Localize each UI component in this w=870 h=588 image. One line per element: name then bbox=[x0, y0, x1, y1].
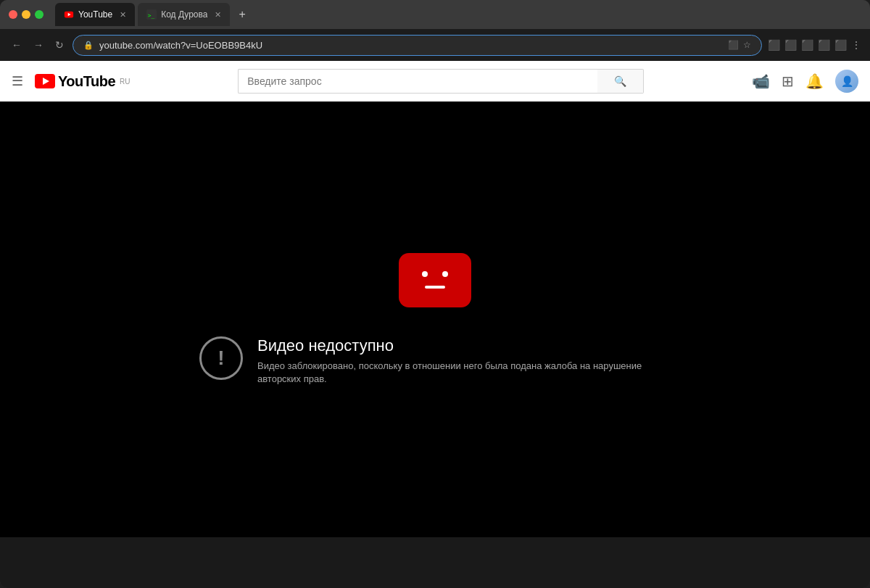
video-camera-icon: 📹 bbox=[752, 73, 770, 90]
error-face bbox=[399, 253, 471, 307]
youtube-right-icons: 📹 ⊞ 🔔 👤 bbox=[752, 70, 858, 93]
title-bar: YouTube ✕ >_ Код Дурова ✕ + bbox=[0, 0, 870, 29]
tab-close-youtube[interactable]: ✕ bbox=[120, 10, 126, 20]
address-bar: ← → ↻ 🔒 youtube.com/watch?v=UoEOBB9B4kU … bbox=[0, 29, 870, 61]
error-mouth bbox=[425, 286, 445, 289]
hamburger-menu-icon[interactable]: ☰ bbox=[12, 73, 23, 89]
bottom-bar bbox=[0, 537, 870, 588]
new-tab-button[interactable]: + bbox=[233, 5, 251, 24]
svg-text:>_: >_ bbox=[148, 12, 155, 19]
bookmark-icon: ☆ bbox=[743, 40, 751, 50]
tab-kod-durova[interactable]: >_ Код Дурова ✕ bbox=[138, 3, 230, 26]
error-exclamation-icon: ! bbox=[199, 336, 243, 380]
youtube-logo-text: YouTube bbox=[58, 73, 115, 90]
avatar-image: 👤 bbox=[841, 75, 853, 87]
youtube-search-wrapper: 🔍 bbox=[142, 69, 740, 94]
search-input[interactable] bbox=[238, 69, 597, 94]
error-eye-left bbox=[422, 271, 428, 277]
tab-close-kod[interactable]: ✕ bbox=[215, 10, 221, 20]
extension-icon-5[interactable]: ⬛ bbox=[834, 39, 847, 51]
search-button[interactable]: 🔍 bbox=[597, 69, 644, 94]
user-avatar[interactable]: 👤 bbox=[835, 70, 858, 93]
close-button[interactable] bbox=[9, 10, 17, 19]
cast-icon: ⬛ bbox=[728, 40, 739, 50]
extension-icon-4[interactable]: ⬛ bbox=[818, 39, 830, 51]
minimize-button[interactable] bbox=[22, 10, 30, 19]
extension-icon-3[interactable]: ⬛ bbox=[801, 39, 813, 51]
kod-favicon: >_ bbox=[146, 9, 157, 20]
create-video-button[interactable]: 📹 bbox=[752, 73, 770, 90]
apps-button[interactable]: ⊞ bbox=[782, 73, 794, 90]
forward-button[interactable]: → bbox=[30, 36, 46, 54]
youtube-header: ☰ YouTubeRU 🔍 📹 ⊞ 🔔 bbox=[0, 61, 870, 102]
back-button[interactable]: ← bbox=[9, 36, 25, 54]
exclamation-mark: ! bbox=[218, 347, 224, 370]
extension-icon-1[interactable]: ⬛ bbox=[768, 39, 780, 51]
youtube-logo-icon bbox=[35, 74, 55, 88]
error-title: Видео недоступно bbox=[257, 336, 671, 355]
address-right-icons: ⬛ ☆ bbox=[728, 40, 751, 50]
browser-window: YouTube ✕ >_ Код Дурова ✕ + ← → ↻ 🔒 yout… bbox=[0, 0, 870, 588]
refresh-button[interactable]: ↻ bbox=[52, 36, 67, 54]
browser-right-icons: ⬛ ⬛ ⬛ ⬛ ⬛ ⋮ bbox=[768, 39, 861, 51]
search-icon: 🔍 bbox=[614, 75, 626, 87]
lock-icon: 🔒 bbox=[83, 41, 94, 50]
tab-youtube-label: YouTube bbox=[78, 9, 112, 20]
address-input-wrapper[interactable]: 🔒 youtube.com/watch?v=UoEOBB9B4kU ⬛ ☆ bbox=[72, 35, 762, 56]
traffic-lights bbox=[9, 10, 44, 19]
bell-icon: 🔔 bbox=[805, 73, 824, 90]
tab-youtube[interactable]: YouTube ✕ bbox=[55, 3, 135, 26]
tab-bar: YouTube ✕ >_ Код Дурова ✕ + bbox=[55, 3, 861, 26]
video-player-area: ! Видео недоступно Видео заблокировано, … bbox=[0, 102, 870, 537]
menu-dots-icon[interactable]: ⋮ bbox=[851, 39, 861, 51]
extension-icon-2[interactable]: ⬛ bbox=[784, 39, 797, 51]
youtube-search-bar: 🔍 bbox=[238, 69, 644, 94]
error-eyes bbox=[422, 271, 448, 277]
address-text: youtube.com/watch?v=UoEOBB9B4kU bbox=[99, 40, 722, 51]
apps-icon: ⊞ bbox=[782, 73, 794, 90]
error-message-box: ! Видео недоступно Видео заблокировано, … bbox=[199, 336, 671, 386]
error-eye-right bbox=[442, 271, 448, 277]
notifications-button[interactable]: 🔔 bbox=[805, 73, 824, 90]
error-subtitle: Видео заблокировано, поскольку в отношен… bbox=[257, 360, 671, 386]
maximize-button[interactable] bbox=[35, 10, 44, 19]
youtube-logo-country: RU bbox=[120, 78, 130, 86]
error-text-container: Видео недоступно Видео заблокировано, по… bbox=[257, 336, 671, 386]
youtube-favicon bbox=[64, 9, 74, 20]
tab-kod-label: Код Дурова bbox=[161, 9, 207, 20]
youtube-logo[interactable]: YouTubeRU bbox=[35, 73, 130, 90]
